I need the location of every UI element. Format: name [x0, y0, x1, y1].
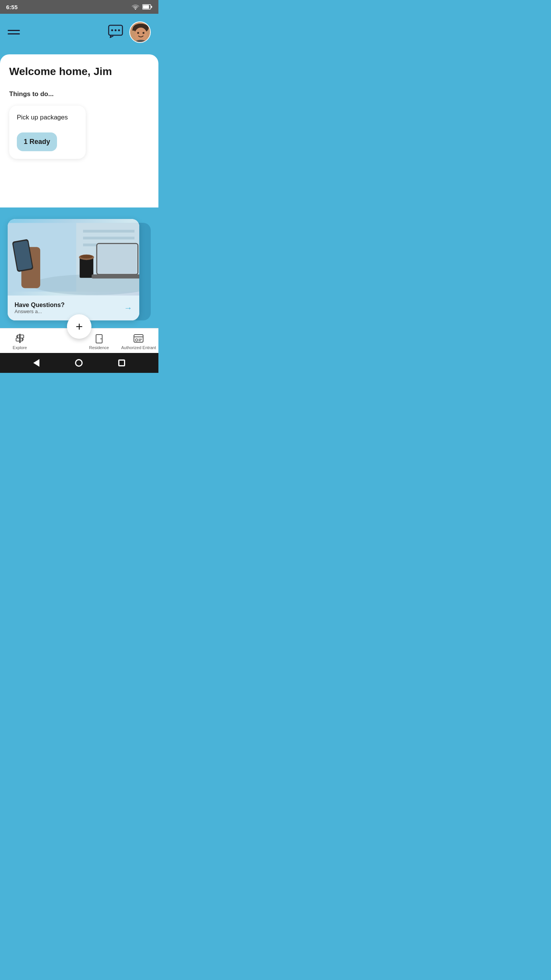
task-card-title: Pick up packages	[17, 113, 78, 122]
package-task-card[interactable]: Pick up packages 1 Ready	[9, 106, 86, 159]
svg-rect-24	[91, 274, 139, 279]
user-avatar[interactable]	[129, 21, 151, 43]
chat-button[interactable]	[108, 24, 123, 40]
card-image	[8, 219, 139, 296]
svg-rect-36	[139, 340, 141, 341]
menu-button[interactable]	[8, 30, 20, 34]
welcome-title: Welcome home, Jim	[9, 65, 149, 78]
main-content: Welcome home, Jim Things to do... Pick u…	[0, 54, 158, 207]
bottom-nav-wrapper: + Explore Residence	[0, 328, 158, 353]
hamburger-line-1	[8, 30, 20, 31]
fab-icon: +	[76, 320, 83, 334]
svg-rect-23	[98, 245, 137, 273]
explore-card[interactable]: Have Questions? Answers a... →	[8, 219, 139, 320]
svg-point-6	[118, 29, 120, 31]
card-arrow-icon[interactable]: →	[124, 303, 132, 313]
blue-section: Have Questions? Answers a... →	[0, 207, 158, 328]
card-subtitle: Answers a...	[15, 309, 124, 314]
svg-point-11	[143, 32, 145, 34]
nav-item-authorized-entrant[interactable]: Authorized Entrant	[119, 333, 159, 350]
svg-point-9	[135, 28, 147, 41]
card-carousel: Have Questions? Answers a... →	[8, 219, 151, 320]
card-title: Have Questions?	[15, 302, 124, 309]
card-footer-text: Have Questions? Answers a...	[15, 302, 124, 314]
android-home-button[interactable]	[75, 359, 83, 367]
fab-add-button[interactable]: +	[67, 314, 91, 339]
svg-rect-2	[151, 6, 152, 8]
header-right	[108, 21, 151, 43]
wifi-icon	[132, 4, 139, 10]
residence-icon	[94, 333, 104, 344]
status-bar-right	[132, 4, 152, 10]
back-triangle-icon	[33, 359, 39, 367]
svg-rect-16	[83, 237, 134, 239]
svg-rect-35	[139, 339, 142, 340]
svg-point-21	[80, 255, 93, 258]
android-back-button[interactable]	[33, 359, 39, 367]
android-nav-bar	[0, 353, 158, 373]
status-bar: 6:55	[0, 0, 158, 14]
svg-rect-15	[83, 230, 134, 232]
svg-rect-33	[134, 335, 143, 342]
avatar-face	[130, 22, 150, 42]
authorized-entrant-nav-label: Authorized Entrant	[121, 345, 156, 350]
chat-icon	[108, 24, 123, 38]
recent-square-icon	[118, 359, 125, 366]
status-time: 6:55	[6, 4, 18, 10]
home-circle-icon	[75, 359, 83, 367]
explore-icon	[15, 333, 25, 344]
authorized-entrant-icon	[133, 333, 144, 344]
svg-point-4	[111, 29, 113, 31]
battery-icon	[142, 4, 152, 10]
card-image-svg	[8, 219, 139, 296]
explore-nav-label: Explore	[13, 345, 27, 350]
android-recents-button[interactable]	[118, 359, 125, 366]
app-header	[0, 14, 158, 54]
svg-rect-1	[143, 5, 149, 9]
avatar-svg	[130, 22, 150, 42]
hamburger-line-2	[8, 33, 20, 34]
task-badge-text: 1 Ready	[24, 138, 50, 145]
nav-item-explore[interactable]: Explore	[0, 333, 40, 350]
svg-rect-19	[80, 257, 93, 278]
things-to-do-label: Things to do...	[9, 90, 149, 98]
svg-point-10	[137, 32, 139, 34]
svg-point-32	[100, 338, 101, 340]
task-badge: 1 Ready	[17, 132, 57, 151]
residence-nav-label: Residence	[89, 345, 109, 350]
svg-point-34	[135, 339, 138, 341]
fab-overlay: +	[67, 314, 91, 339]
svg-point-5	[115, 29, 117, 31]
